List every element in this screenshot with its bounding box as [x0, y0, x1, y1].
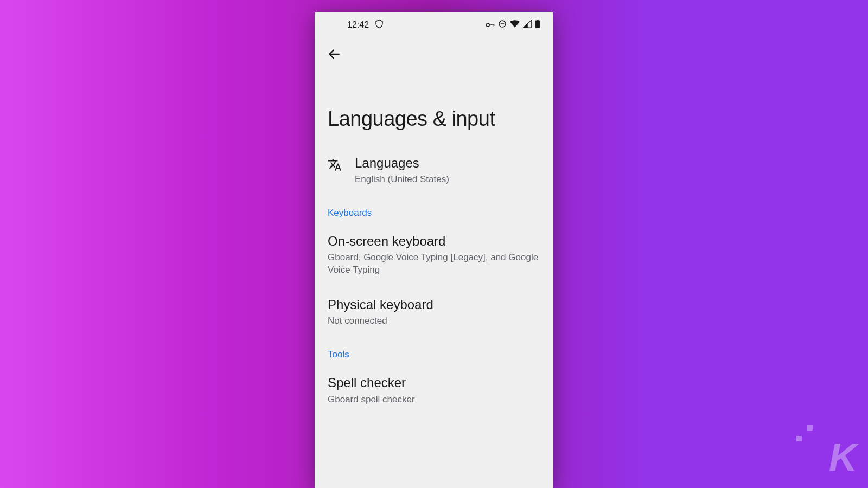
app-bar	[315, 36, 553, 69]
languages-text: Languages English (United States)	[355, 155, 540, 186]
languages-title: Languages	[355, 155, 540, 171]
svg-rect-6	[537, 20, 538, 21]
translate-icon	[328, 158, 342, 172]
watermark-dots	[796, 425, 813, 441]
physical-keyboard-item[interactable]: Physical keyboard Not connected	[328, 288, 540, 339]
page-title: Languages & input	[315, 69, 553, 147]
svg-point-0	[486, 23, 489, 27]
phone-frame: 12:42 Languages &	[315, 12, 553, 488]
status-right	[486, 20, 540, 30]
svg-rect-1	[489, 24, 494, 25]
tools-header: Tools	[328, 339, 540, 367]
cell-signal-icon	[523, 20, 532, 30]
spell-checker-subtitle: Gboard spell checker	[328, 394, 540, 406]
on-screen-keyboard-title: On-screen keyboard	[328, 233, 540, 249]
settings-list: Languages English (United States) Keyboa…	[315, 147, 553, 418]
languages-item[interactable]: Languages English (United States)	[328, 147, 540, 198]
svg-rect-2	[493, 24, 493, 26]
status-left: 12:42	[347, 19, 384, 31]
spell-checker-title: Spell checker	[328, 374, 540, 391]
back-button[interactable]	[326, 46, 343, 63]
svg-rect-7	[535, 21, 540, 28]
on-screen-keyboard-subtitle: Gboard, Google Voice Typing [Legacy], an…	[328, 252, 540, 277]
on-screen-keyboard-item[interactable]: On-screen keyboard Gboard, Google Voice …	[328, 225, 540, 288]
wifi-icon	[510, 20, 520, 30]
languages-subtitle: English (United States)	[355, 174, 540, 186]
shield-icon	[374, 19, 384, 31]
watermark-logo: K	[829, 435, 855, 479]
spell-checker-item[interactable]: Spell checker Gboard spell checker	[328, 367, 540, 418]
status-bar: 12:42	[315, 12, 553, 36]
physical-keyboard-subtitle: Not connected	[328, 315, 540, 328]
keyboards-header: Keyboards	[328, 198, 540, 225]
do-not-disturb-icon	[498, 20, 507, 30]
status-time: 12:42	[347, 20, 369, 30]
key-icon	[486, 20, 495, 30]
battery-icon	[535, 20, 540, 30]
svg-rect-3	[494, 24, 494, 26]
physical-keyboard-title: Physical keyboard	[328, 296, 540, 313]
